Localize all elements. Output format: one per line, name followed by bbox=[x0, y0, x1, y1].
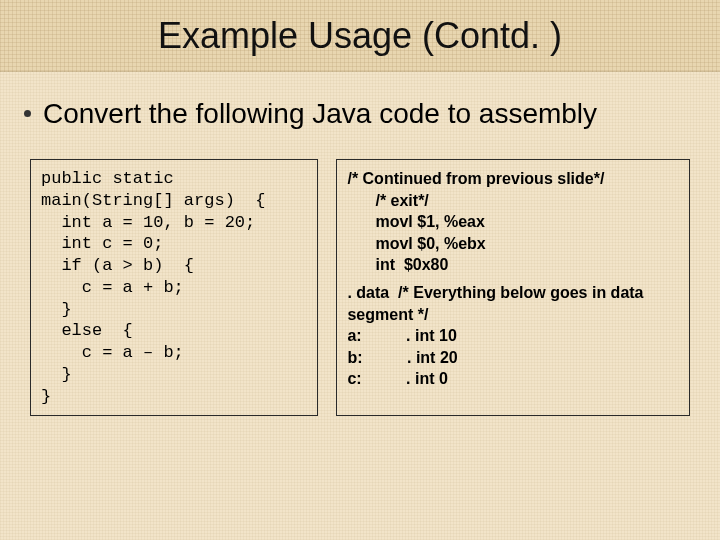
asm-line: movl $1, %eax bbox=[347, 211, 679, 233]
asm-line: /* exit*/ bbox=[347, 190, 679, 212]
bullet-text: Convert the following Java code to assem… bbox=[43, 96, 597, 131]
asm-line: b: . int 20 bbox=[347, 347, 679, 369]
asm-line: int $0x80 bbox=[347, 254, 679, 276]
slide-content: Convert the following Java code to assem… bbox=[0, 72, 720, 416]
title-band: Example Usage (Contd. ) bbox=[0, 0, 720, 72]
asm-line: segment */ bbox=[347, 304, 679, 326]
asm-line: movl $0, %ebx bbox=[347, 233, 679, 255]
java-code-box: public static main(String[] args) { int … bbox=[30, 159, 318, 416]
asm-line: c: . int 0 bbox=[347, 368, 679, 390]
code-columns: public static main(String[] args) { int … bbox=[18, 159, 702, 416]
asm-line: . data /* Everything below goes in data bbox=[347, 282, 679, 304]
slide-title: Example Usage (Contd. ) bbox=[158, 15, 562, 57]
bullet-row: Convert the following Java code to assem… bbox=[18, 96, 702, 131]
asm-line: /* Continued from previous slide*/ bbox=[347, 168, 679, 190]
bullet-dot-icon bbox=[24, 110, 31, 117]
assembly-code-box: /* Continued from previous slide*/ /* ex… bbox=[336, 159, 690, 416]
asm-line: a: . int 10 bbox=[347, 325, 679, 347]
